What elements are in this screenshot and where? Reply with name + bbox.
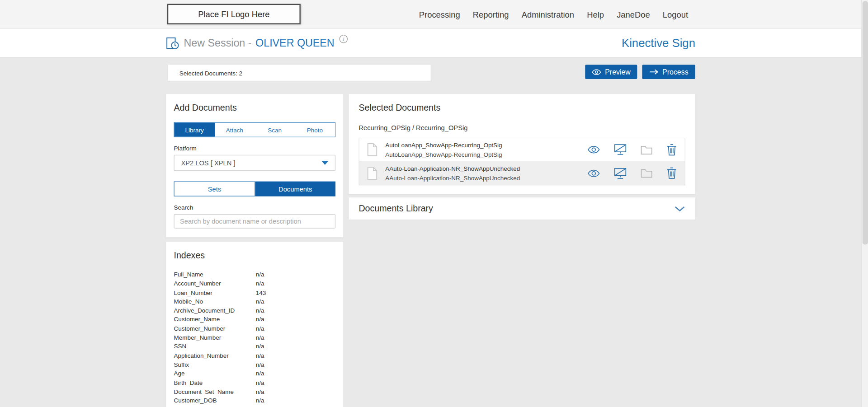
tab-attach[interactable]: Attach: [214, 123, 255, 137]
no-display-monitor-icon[interactable]: [614, 167, 627, 179]
document-actions: [587, 144, 677, 156]
page-scrollbar[interactable]: [861, 0, 868, 407]
indexes-panel: Indexes Full_Namen/a Account_Numbern/a L…: [166, 242, 343, 407]
scrollbar-thumb[interactable]: [863, 1, 868, 244]
document-actions: [587, 167, 677, 179]
tab-scan[interactable]: Scan: [255, 123, 295, 137]
platform-select[interactable]: XP2 LOS [ XPLN ]: [174, 155, 335, 171]
index-row: Customer_DOBn/a: [174, 396, 335, 405]
add-documents-title: Add Documents: [174, 103, 335, 113]
document-text: AutoLoanApp_ShowApp-Recurring_OptSig Aut…: [385, 141, 587, 158]
folder-icon[interactable]: [641, 168, 653, 178]
search-input[interactable]: [174, 214, 335, 229]
add-documents-panel: Add Documents Library Attach Scan Photo …: [166, 94, 343, 237]
tab-library[interactable]: Library: [175, 123, 215, 137]
index-row: Suffixn/a: [174, 360, 335, 369]
sets-documents-toggle: Sets Documents: [174, 182, 335, 196]
selected-documents-summary-bar: Selected Documents: 2: [168, 65, 431, 81]
nav-help[interactable]: Help: [587, 9, 604, 19]
fi-logo-placeholder: Place FI Logo Here: [167, 4, 301, 24]
delete-trash-icon[interactable]: [666, 144, 677, 156]
info-icon[interactable]: i: [340, 35, 348, 43]
index-row: Document_Set_Namen/a: [174, 387, 335, 396]
document-icon: [367, 166, 377, 180]
document-icon: [367, 143, 377, 157]
folder-icon[interactable]: [641, 145, 653, 154]
index-row: Document_Namen/a: [174, 405, 335, 407]
process-button[interactable]: Process: [642, 65, 695, 79]
index-row: Loan_Number143: [174, 288, 335, 297]
index-row: Customer_Numbern/a: [174, 324, 335, 333]
nav-reporting[interactable]: Reporting: [473, 9, 509, 19]
platform-label: Platform: [174, 145, 335, 152]
session-history-icon: [166, 37, 179, 50]
toggle-sets[interactable]: Sets: [174, 182, 255, 196]
expand-chevron-icon[interactable]: [674, 206, 685, 211]
index-row: Mobile_Non/a: [174, 297, 335, 306]
index-row: Agen/a: [174, 369, 335, 378]
document-text: AAuto-Loan-Application-NR_ShowAppUncheck…: [385, 165, 587, 182]
documents-library-title: Documents Library: [359, 204, 433, 214]
session-title: New Session - OLIVER QUEEN i: [166, 29, 348, 58]
index-row: Application_Numbern/a: [174, 351, 335, 360]
index-row: Account_Numbern/a: [174, 279, 335, 288]
process-arrow-icon: [649, 69, 659, 75]
nav-logout[interactable]: Logout: [663, 9, 688, 19]
add-documents-tabs: Library Attach Scan Photo: [174, 122, 335, 137]
indexes-title: Indexes: [174, 251, 335, 261]
index-row: SSNn/a: [174, 342, 335, 351]
selected-documents-count: Selected Documents: 2: [179, 70, 242, 76]
selected-documents-title: Selected Documents: [359, 103, 685, 113]
search-label: Search: [174, 204, 335, 211]
app-root: Place FI Logo Here Processing Reporting …: [0, 0, 868, 407]
no-display-monitor-icon[interactable]: [614, 144, 627, 155]
view-document-icon[interactable]: [587, 145, 600, 154]
toggle-documents[interactable]: Documents: [255, 182, 335, 196]
delete-trash-icon[interactable]: [666, 167, 677, 179]
fi-logo-text: Place FI Logo Here: [198, 9, 269, 19]
chevron-down-icon: [321, 161, 328, 165]
nav-administration[interactable]: Administration: [522, 9, 574, 19]
index-row: Full_Namen/a: [174, 270, 335, 279]
product-brand: Kinective Sign: [622, 29, 695, 58]
selected-documents-panel: Selected Documents Recurring_OPSig / Rec…: [349, 94, 695, 194]
process-button-label: Process: [662, 68, 689, 76]
index-row: Archive_Document_IDn/a: [174, 306, 335, 315]
nav-user[interactable]: JaneDoe: [617, 9, 650, 19]
document-row: AutoLoanApp_ShowApp-Recurring_OptSig Aut…: [359, 138, 685, 162]
preview-eye-icon: [592, 69, 601, 75]
topbar: Place FI Logo Here Processing Reporting …: [0, 0, 861, 29]
platform-select-value: XP2 LOS [ XPLN ]: [181, 159, 235, 167]
preview-button[interactable]: Preview: [585, 65, 637, 79]
session-prefix-label: New Session -: [184, 37, 252, 49]
tab-photo[interactable]: Photo: [295, 123, 335, 137]
preview-button-label: Preview: [605, 68, 631, 76]
index-row: Member_Numbern/a: [174, 333, 335, 342]
index-row: Birth_Daten/a: [174, 378, 335, 387]
top-nav: Processing Reporting Administration Help…: [419, 0, 688, 29]
nav-processing[interactable]: Processing: [419, 9, 460, 19]
page-header: New Session - OLIVER QUEEN i Kinective S…: [0, 29, 861, 58]
session-customer-link[interactable]: OLIVER QUEEN: [255, 37, 335, 49]
document-row: AAuto-Loan-Application-NR_ShowAppUncheck…: [359, 162, 685, 186]
view-document-icon[interactable]: [587, 169, 600, 177]
documents-library-header[interactable]: Documents Library: [349, 197, 695, 220]
index-row: Customer_Namen/a: [174, 315, 335, 324]
document-set-name: Recurring_OPSig / Recurring_OPSig: [359, 124, 685, 131]
